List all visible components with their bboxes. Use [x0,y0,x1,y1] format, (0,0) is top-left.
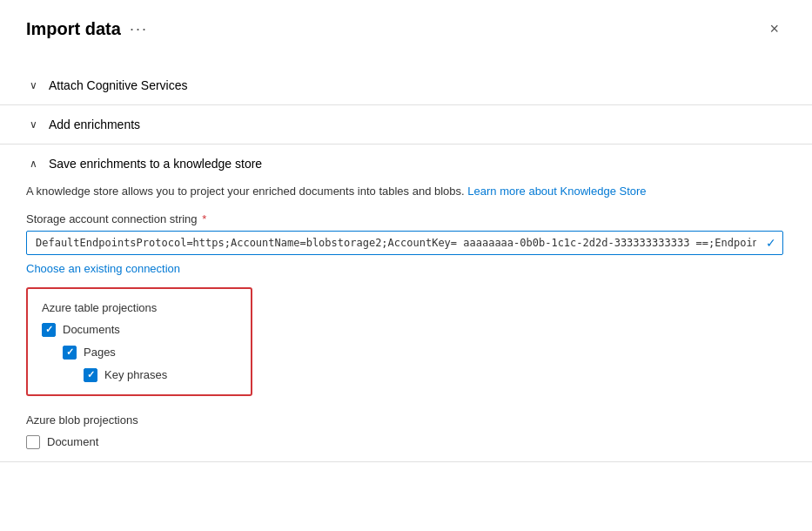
section-header-add-enrichments[interactable]: ∨ Add enrichments [26,118,786,131]
knowledge-store-description: A knowledge store allows you to project … [26,183,786,200]
checkbox-document-blob[interactable] [26,435,40,449]
section-header-save-enrichments[interactable]: ∧ Save enrichments to a knowledge store [26,157,786,171]
azure-table-projections-box: Azure table projections Documents Pages … [26,287,252,396]
checkbox-item-pages: Pages [63,346,237,360]
section-add-enrichments: ∨ Add enrichments [0,105,812,145]
section-label-save-enrichments: Save enrichments to a knowledge store [49,157,262,171]
import-data-panel: Import data ··· × ∨ Attach Cognitive Ser… [0,0,812,531]
checkbox-label-key-phrases: Key phrases [104,368,167,381]
section-attach-cognitive: ∨ Attach Cognitive Services [0,66,812,105]
chevron-attach-cognitive: ∨ [26,79,40,91]
checkbox-label-documents: Documents [63,323,120,336]
connection-string-input[interactable] [26,231,783,255]
checkbox-item-document-blob: Document [26,435,786,449]
checkbox-key-phrases[interactable] [84,368,97,382]
section-label-attach-cognitive: Attach Cognitive Services [49,78,188,92]
input-checkmark-icon: ✓ [766,236,776,250]
chevron-save-enrichments: ∧ [26,158,40,170]
table-projections-title: Azure table projections [42,301,237,314]
connection-input-wrapper: ✓ [26,231,783,255]
azure-blob-projections-section: Azure blob projections Document [26,413,786,449]
section-label-add-enrichments: Add enrichments [49,118,140,131]
checkbox-pages[interactable] [63,346,77,360]
choose-existing-connection-link[interactable]: Choose an existing connection [26,262,786,275]
section-header-attach-cognitive[interactable]: ∨ Attach Cognitive Services [26,78,786,92]
learn-more-link[interactable]: Learn more about Knowledge Store [467,185,646,198]
checkbox-item-documents: Documents [42,323,237,337]
checkbox-label-document-blob: Document [47,435,98,448]
panel-header: Import data ··· × [26,17,786,49]
close-button[interactable]: × [762,17,786,40]
panel-title-area: Import data ··· [26,19,148,39]
knowledge-store-content: A knowledge store allows you to project … [26,183,786,449]
panel-title: Import data [26,19,121,39]
required-indicator: * [199,212,207,225]
panel-menu-dots[interactable]: ··· [130,20,148,38]
checkbox-documents[interactable] [42,323,56,337]
connection-field-label: Storage account connection string * [26,212,786,225]
chevron-add-enrichments: ∨ [26,118,40,131]
blob-projections-title: Azure blob projections [26,413,786,427]
section-save-enrichments: ∧ Save enrichments to a knowledge store … [0,145,812,462]
checkbox-item-key-phrases: Key phrases [84,368,237,382]
checkbox-label-pages: Pages [84,346,116,359]
